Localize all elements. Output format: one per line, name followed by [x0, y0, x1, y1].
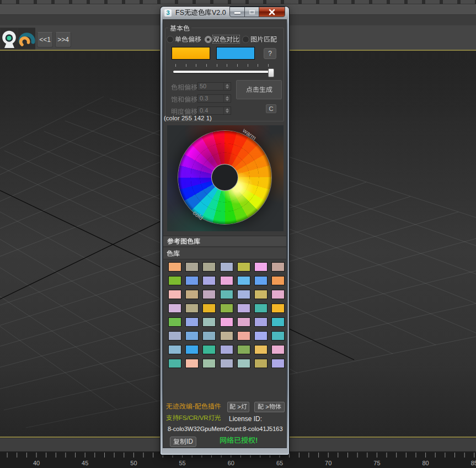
svg-text:45: 45 [82, 460, 88, 466]
svg-text:60: 60 [228, 460, 234, 466]
svg-text:75: 75 [373, 460, 380, 466]
svg-text:85: 85 [471, 460, 476, 466]
svg-text:80: 80 [422, 460, 429, 466]
svg-text:65: 65 [276, 460, 283, 466]
svg-text:55: 55 [179, 460, 185, 466]
svg-text:40: 40 [33, 460, 40, 466]
svg-text:70: 70 [325, 460, 331, 466]
svg-text:50: 50 [130, 460, 137, 466]
